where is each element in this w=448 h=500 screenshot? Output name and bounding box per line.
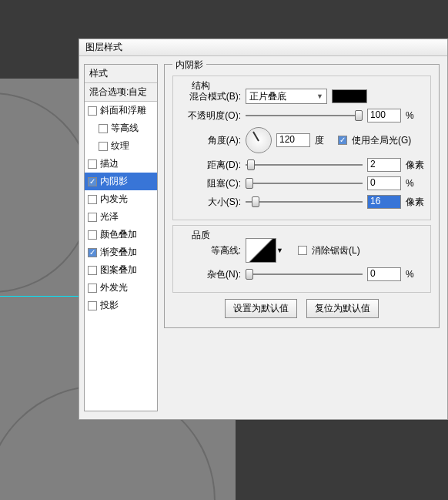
blend-mode-value: 正片叠底 — [249, 90, 286, 103]
style-checkbox[interactable] — [88, 213, 97, 222]
style-item-label: 斜面和浮雕 — [100, 104, 146, 117]
structure-group: 结构 混合模式(B): 正片叠底 ▼ 不透明度(O): 100 % — [172, 76, 431, 220]
style-item-label: 光泽 — [100, 210, 119, 223]
opacity-label: 不透明度(O): — [179, 109, 241, 122]
style-item-label: 内发光 — [100, 193, 128, 206]
style-item-1[interactable]: 等高线 — [85, 119, 157, 137]
styles-list: 样式 混合选项:自定 斜面和浮雕等高线纹理描边内阴影内发光光泽颜色叠加渐变叠加图… — [84, 64, 158, 411]
dialog-titlebar[interactable]: 图层样式 — [79, 39, 447, 56]
style-checkbox[interactable] — [88, 106, 97, 116]
size-label: 大小(S): — [179, 196, 241, 209]
inner-shadow-panel: 内阴影 结构 混合模式(B): 正片叠底 ▼ 不透明度(O): — [164, 64, 440, 328]
layer-style-dialog: 图层样式 样式 混合选项:自定 斜面和浮雕等高线纹理描边内阴影内发光光泽颜色叠加… — [79, 39, 448, 420]
antialias-checkbox[interactable] — [298, 246, 307, 255]
style-item-label: 等高线 — [111, 122, 139, 135]
style-item-3[interactable]: 描边 — [85, 155, 157, 173]
distance-label: 距离(D): — [179, 159, 241, 172]
style-item-10[interactable]: 外发光 — [85, 279, 157, 297]
blend-options-row[interactable]: 混合选项:自定 — [85, 83, 157, 102]
style-checkbox[interactable] — [88, 284, 97, 293]
global-light-label: 使用全局光(G) — [352, 134, 411, 147]
noise-slider[interactable] — [246, 267, 363, 281]
reset-default-button[interactable]: 复位为默认值 — [306, 299, 379, 318]
style-item-0[interactable]: 斜面和浮雕 — [85, 102, 157, 119]
style-item-label: 纹理 — [111, 139, 129, 153]
styles-header[interactable]: 样式 — [85, 65, 157, 83]
style-item-7[interactable]: 颜色叠加 — [85, 226, 157, 243]
antialias-label: 消除锯齿(L) — [312, 244, 360, 257]
opacity-unit: % — [406, 110, 424, 121]
dialog-title: 图层样式 — [85, 41, 122, 54]
contour-picker[interactable]: ▼ — [246, 238, 276, 263]
style-item-label: 内阴影 — [100, 175, 128, 188]
style-checkbox[interactable] — [88, 301, 97, 310]
style-item-label: 渐变叠加 — [100, 246, 137, 259]
contour-label: 等高线: — [179, 244, 241, 257]
size-input[interactable]: 16 — [367, 195, 401, 209]
style-checkbox[interactable] — [88, 266, 97, 275]
style-item-label: 图案叠加 — [100, 263, 137, 277]
choke-label: 阻塞(C): — [179, 177, 241, 190]
color-swatch[interactable] — [332, 89, 367, 103]
style-item-2[interactable]: 纹理 — [85, 137, 157, 155]
noise-unit: % — [406, 269, 424, 280]
choke-input[interactable]: 0 — [367, 176, 401, 190]
angle-dial[interactable] — [246, 127, 272, 153]
style-checkbox[interactable] — [99, 142, 108, 151]
style-item-label: 投影 — [100, 299, 119, 312]
style-checkbox[interactable] — [88, 159, 97, 169]
style-checkbox[interactable] — [88, 230, 97, 240]
style-checkbox[interactable] — [88, 177, 97, 186]
choke-unit: % — [406, 178, 424, 189]
style-item-5[interactable]: 内发光 — [85, 190, 157, 208]
style-item-8[interactable]: 渐变叠加 — [85, 243, 157, 261]
style-item-6[interactable]: 光泽 — [85, 208, 157, 226]
angle-input[interactable]: 120 — [276, 133, 310, 147]
style-item-label: 描边 — [100, 157, 119, 170]
choke-slider[interactable] — [246, 176, 363, 190]
opacity-slider[interactable] — [246, 109, 363, 122]
angle-unit: 度 — [315, 134, 324, 147]
style-item-11[interactable]: 投影 — [85, 297, 157, 314]
global-light-checkbox[interactable] — [338, 136, 347, 145]
style-checkbox[interactable] — [99, 124, 108, 133]
style-checkbox[interactable] — [88, 248, 97, 257]
blend-mode-combo[interactable]: 正片叠底 ▼ — [246, 89, 327, 104]
style-checkbox[interactable] — [88, 195, 97, 204]
chevron-down-icon: ▼ — [316, 92, 323, 100]
quality-group: 品质 等高线: ▼ 消除锯齿(L) 杂色(N): 0 % — [172, 225, 431, 293]
size-slider[interactable] — [246, 195, 363, 209]
style-item-4[interactable]: 内阴影 — [85, 173, 157, 190]
noise-input[interactable]: 0 — [367, 267, 401, 281]
quality-legend: 品质 — [189, 229, 213, 242]
structure-legend: 结构 — [189, 79, 213, 92]
style-item-label: 颜色叠加 — [100, 228, 137, 241]
distance-unit: 像素 — [406, 159, 424, 172]
noise-label: 杂色(N): — [179, 268, 241, 281]
chevron-down-icon: ▼ — [276, 247, 283, 254]
opacity-input[interactable]: 100 — [367, 109, 401, 122]
size-unit: 像素 — [406, 196, 424, 209]
set-default-button[interactable]: 设置为默认值 — [225, 299, 297, 318]
style-item-9[interactable]: 图案叠加 — [85, 261, 157, 279]
distance-slider[interactable] — [246, 158, 363, 172]
style-item-label: 外发光 — [100, 281, 128, 294]
distance-input[interactable]: 2 — [367, 158, 401, 172]
panel-title: 内阴影 — [172, 59, 206, 72]
angle-label: 角度(A): — [179, 134, 241, 147]
